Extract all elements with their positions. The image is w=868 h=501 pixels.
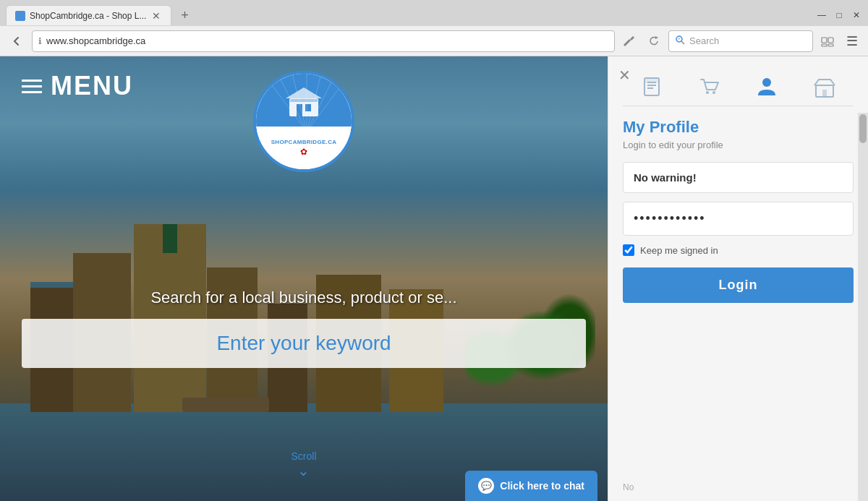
login-button[interactable]: Login bbox=[623, 267, 854, 303]
hamburger-icon bbox=[22, 80, 42, 93]
logo-maple-icon: ✿ bbox=[300, 147, 307, 157]
panel-icon-cart[interactable] bbox=[698, 75, 721, 98]
username-input[interactable] bbox=[623, 162, 854, 193]
chat-label: Click here to chat bbox=[500, 480, 584, 492]
logo-text: SHOPCAMBRIDGE.CA bbox=[271, 139, 337, 145]
svg-line-3 bbox=[681, 41, 684, 44]
tools-button[interactable] bbox=[619, 31, 639, 51]
password-input[interactable] bbox=[623, 202, 854, 236]
tab-close-button[interactable]: ✕ bbox=[150, 10, 162, 22]
svg-point-26 bbox=[706, 91, 709, 94]
hero-search-box[interactable]: Enter your keyword bbox=[22, 319, 586, 368]
svg-rect-25 bbox=[644, 78, 659, 83]
svg-rect-8 bbox=[828, 44, 833, 46]
panel-content: My Profile Login to edit your profile Ke… bbox=[608, 106, 868, 474]
logo-circle: SHOPCAMBRIDGE.CA ✿ bbox=[253, 71, 354, 172]
logo-top bbox=[256, 74, 352, 127]
hero-search-placeholder: Enter your keyword bbox=[216, 332, 391, 354]
tab-title: ShopCambridge.ca - Shop L... bbox=[30, 11, 146, 21]
panel-close-button[interactable]: ✕ bbox=[618, 67, 631, 84]
browser-menu-button[interactable]: ☰ bbox=[842, 31, 862, 51]
svg-point-27 bbox=[712, 91, 715, 94]
hamburger-line-3 bbox=[22, 91, 42, 93]
nav-bar: ℹ www.shopcambridge.ca Search ☰ bbox=[0, 26, 868, 56]
hamburger-line-2 bbox=[22, 85, 42, 87]
title-bar: ShopCambridge.ca - Shop L... ✕ + — □ ✕ bbox=[0, 0, 868, 26]
tab-favicon bbox=[15, 11, 25, 21]
panel-icon-person[interactable] bbox=[755, 75, 778, 98]
hero-content: Search for a local business, product or … bbox=[0, 288, 608, 368]
scrollbar-thumb[interactable] bbox=[859, 114, 867, 143]
new-tab-button[interactable]: + bbox=[174, 5, 195, 25]
svg-rect-6 bbox=[828, 38, 833, 43]
side-panel: ✕ bbox=[608, 56, 868, 501]
scrollbar-track bbox=[858, 113, 868, 501]
address-bar[interactable]: ℹ www.shopcambridge.ca bbox=[32, 30, 615, 52]
minimize-button[interactable]: — bbox=[816, 9, 827, 21]
svg-marker-1 bbox=[655, 36, 658, 39]
panel-bottom-text: No bbox=[608, 474, 868, 501]
chat-bubble-icon: 💬 bbox=[481, 481, 492, 491]
scroll-arrow-icon: ⌄ bbox=[291, 462, 316, 479]
svg-rect-7 bbox=[822, 44, 827, 46]
svg-point-4 bbox=[678, 38, 680, 40]
content-area: MENU bbox=[0, 56, 868, 501]
panel-icons bbox=[608, 64, 868, 106]
svg-line-11 bbox=[292, 74, 307, 127]
svg-point-28 bbox=[762, 78, 771, 87]
hero-tagline: Search for a local business, product or … bbox=[0, 288, 608, 307]
hamburger-line-1 bbox=[22, 80, 42, 82]
address-text: www.shopcambridge.ca bbox=[46, 35, 608, 46]
close-button[interactable]: ✕ bbox=[851, 9, 862, 21]
profile-title: My Profile bbox=[623, 118, 854, 137]
scroll-text: Scroll bbox=[291, 450, 316, 462]
profile-subtitle: Login to edit your profile bbox=[623, 140, 854, 150]
reload-button[interactable] bbox=[644, 31, 664, 51]
tab-bar: ShopCambridge.ca - Shop L... ✕ + bbox=[6, 5, 195, 25]
search-placeholder: Search bbox=[689, 35, 719, 46]
bridge bbox=[182, 398, 269, 412]
panel-icon-list[interactable] bbox=[640, 75, 663, 98]
window-controls: — □ ✕ bbox=[816, 9, 862, 21]
keep-signed-in-row: Keep me signed in bbox=[623, 244, 854, 256]
svg-line-13 bbox=[307, 74, 321, 127]
svg-line-10 bbox=[278, 74, 307, 127]
logo-bottom: SHOPCAMBRIDGE.CA ✿ bbox=[256, 127, 352, 169]
keep-signed-in-checkbox[interactable] bbox=[623, 244, 634, 256]
website-area: MENU bbox=[0, 56, 608, 501]
menu-button[interactable]: MENU bbox=[22, 71, 133, 101]
chat-icon: 💬 bbox=[478, 478, 494, 494]
search-bar[interactable]: Search bbox=[668, 30, 813, 52]
svg-rect-5 bbox=[822, 38, 827, 43]
browser-tab[interactable]: ShopCambridge.ca - Shop L... ✕ bbox=[6, 5, 171, 25]
search-icon bbox=[675, 35, 685, 47]
browser-chrome: ShopCambridge.ca - Shop L... ✕ + — □ ✕ ℹ… bbox=[0, 0, 868, 56]
svg-rect-30 bbox=[822, 90, 827, 97]
info-icon: ℹ bbox=[38, 36, 42, 46]
scroll-indicator: Scroll ⌄ bbox=[291, 450, 316, 479]
menu-label: MENU bbox=[51, 71, 133, 101]
svg-point-0 bbox=[631, 38, 632, 40]
keep-signed-in-label[interactable]: Keep me signed in bbox=[640, 245, 718, 256]
panel-icon-store[interactable] bbox=[813, 75, 836, 98]
search-tools-button[interactable] bbox=[817, 31, 838, 51]
svg-line-14 bbox=[307, 74, 336, 127]
chat-button[interactable]: 💬 Click here to chat bbox=[465, 471, 597, 501]
site-logo[interactable]: SHOPCAMBRIDGE.CA ✿ bbox=[253, 71, 354, 172]
maximize-button[interactable]: □ bbox=[833, 9, 845, 21]
back-button[interactable] bbox=[6, 30, 27, 52]
